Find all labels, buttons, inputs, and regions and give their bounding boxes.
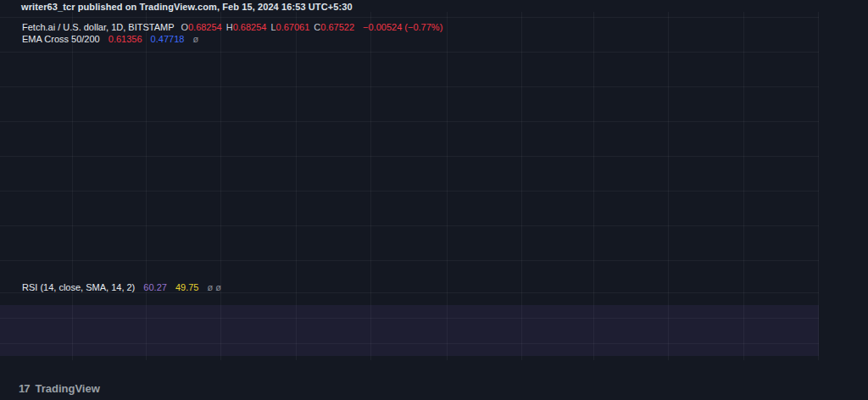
rsi-indicator-title: RSI (14, close, SMA, 14, 2) xyxy=(22,282,135,292)
ema-legend-row[interactable]: EMA Cross 50/200 0.61356 0.47718 ø xyxy=(22,34,198,44)
ohlc-number: 0.68254 xyxy=(233,22,267,32)
rsi-zone xyxy=(0,305,819,356)
publish-title: writer63_tcr published on TradingView.co… xyxy=(21,2,353,12)
rsi-hide-icons[interactable]: ø ø xyxy=(208,282,222,292)
ohlc-letter: H xyxy=(226,22,233,32)
ohlc-letter: O xyxy=(181,22,188,32)
symbol-legend-row[interactable]: Fetch.ai / U.S. dollar, 1D, BITSTAMP O0.… xyxy=(22,22,442,32)
ohlc-values: O0.68254H0.68254L0.67061C0.67522 xyxy=(176,22,354,32)
ohlc-number: 0.67061 xyxy=(276,22,310,32)
ema-hide-icon[interactable]: ø xyxy=(192,34,198,44)
tradingview-brand-label: TradingView xyxy=(35,382,99,395)
ema200-value: 0.47718 xyxy=(151,34,185,44)
tradingview-logo-icon: 17 xyxy=(19,382,29,395)
ohlc-number: 0.67522 xyxy=(320,22,354,32)
tradingview-chart-window: writer63_tcr published on TradingView.co… xyxy=(0,0,868,400)
change-value: −0.00524 (−0.77%) xyxy=(363,22,442,32)
ohlc-number: 0.68254 xyxy=(188,22,222,32)
tradingview-attribution[interactable]: 17 TradingView xyxy=(19,382,100,395)
rsi-value: 60.27 xyxy=(143,282,167,292)
rsi-sma-value: 49.75 xyxy=(175,282,199,292)
ema-indicator-title: EMA Cross 50/200 xyxy=(22,34,100,44)
ema50-value: 0.61356 xyxy=(108,34,142,44)
price-chart-canvas[interactable] xyxy=(0,0,868,400)
rsi-legend-row[interactable]: RSI (14, close, SMA, 14, 2) 60.27 49.75 … xyxy=(22,282,221,292)
symbol-title: Fetch.ai / U.S. dollar, 1D, BITSTAMP xyxy=(22,22,174,32)
